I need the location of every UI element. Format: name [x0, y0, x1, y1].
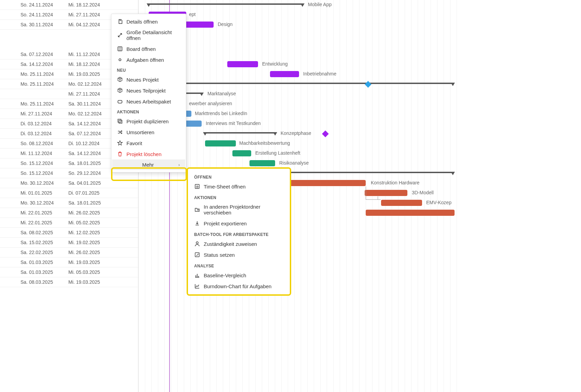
bar-label: Markttrends bei LinkedIn — [195, 111, 247, 116]
menu-item[interactable]: In anderen Projektordner verschieben — [188, 201, 290, 218]
start-date: Mo. 30.12.2024 — [0, 180, 65, 186]
date-row[interactable]: Sa. 01.03.2025Mi. 19.03.2025 — [0, 257, 138, 267]
end-date: Mi. 26.02.2025 — [65, 250, 130, 255]
end-date: Mi. 18.12.2024 — [65, 2, 130, 8]
end-date: Mi. 05.03.2025 — [65, 269, 130, 275]
shuffle-icon — [117, 129, 123, 135]
duplicate-icon — [117, 118, 123, 124]
bar-label: Entwicklung — [262, 61, 288, 67]
submenu-section-header: ANALYSE — [188, 260, 290, 270]
svg-rect-0 — [118, 47, 122, 51]
summary-bar[interactable] — [205, 132, 275, 134]
end-date: Mi. 26.02.2025 — [65, 210, 130, 215]
expand-icon — [117, 32, 123, 38]
svg-rect-5 — [118, 119, 121, 122]
start-date: So. 15.12.2024 — [0, 170, 65, 176]
menu-item-label: Aufgaben öffnen — [126, 57, 164, 63]
date-row[interactable]: Sa. 15.02.2025Mi. 19.02.2025 — [0, 238, 138, 248]
start-date: Mi. 22.01.2025 — [0, 210, 65, 215]
cube-icon — [117, 76, 123, 83]
milestone-diamond[interactable] — [365, 81, 371, 88]
bar-label: Marktanalyse — [207, 91, 236, 96]
svg-point-9 — [196, 242, 198, 244]
menu-item-label: Große Detailansicht öffnen — [126, 29, 180, 41]
gantt-bar[interactable] — [227, 61, 258, 67]
bar-label: Interviews mit Testkunden — [206, 121, 261, 126]
milestone-diamond[interactable] — [322, 130, 329, 137]
gantt-bar[interactable] — [270, 71, 299, 77]
start-date: So. 24.11.2024 — [0, 12, 65, 17]
date-row[interactable]: Sa. 01.03.2025Mi. 05.03.2025 — [0, 267, 138, 277]
menu-item[interactable]: Neues Projekt — [111, 74, 186, 85]
menu-item[interactable]: Aufgaben öffnen — [111, 54, 186, 65]
start-date: Sa. 14.12.2024 — [0, 61, 65, 67]
start-date: Mi. 01.01.2025 — [0, 190, 65, 196]
bar-chart-icon — [194, 272, 200, 278]
start-date: Mo. 25.11.2024 — [0, 71, 65, 77]
gantt-bar[interactable] — [249, 160, 275, 166]
menu-item-label: Details öffnen — [126, 19, 158, 25]
menu-item[interactable]: Favorit — [111, 138, 186, 149]
bar-label: Konstruktion Hardware — [371, 180, 419, 185]
menu-item-label: Projekt löschen — [126, 151, 162, 157]
gantt-bar[interactable] — [232, 150, 251, 156]
person-icon — [194, 241, 200, 247]
menu-item[interactable]: Projekt exportieren — [188, 218, 290, 229]
date-row[interactable]: Mi. 22.01.2025Mi. 05.02.2025 — [0, 218, 138, 228]
start-date: Mo. 30.12.2024 — [0, 200, 65, 206]
start-date: Sa. 01.03.2025 — [0, 269, 65, 275]
date-row[interactable]: So. 24.11.2024Mi. 18.12.2024 — [0, 0, 138, 10]
gantt-bar[interactable] — [205, 140, 236, 146]
menu-item[interactable]: Neues Teilprojekt — [111, 85, 186, 96]
bar-label: EMV-Kozep — [426, 200, 451, 205]
start-date: Sa. 30.11.2024 — [0, 22, 65, 27]
date-row[interactable]: Sa. 08.03.2025Mi. 19.03.2025 — [0, 277, 138, 287]
menu-item[interactable]: Board öffnen — [111, 43, 186, 54]
date-row[interactable]: Mi. 22.01.2025Mi. 26.02.2025 — [0, 208, 138, 218]
menu-item[interactable]: Große Detailansicht öffnen — [111, 27, 186, 43]
summary-bar[interactable] — [149, 3, 302, 5]
menu-item[interactable]: Projekt löschen — [111, 149, 186, 159]
menu-item[interactable]: Details öffnen — [111, 16, 186, 27]
summary-bar[interactable] — [156, 83, 453, 84]
menu-section-header: AKTIONEN — [111, 107, 186, 116]
menu-item[interactable]: Projekt duplizieren — [111, 116, 186, 127]
menu-item[interactable]: Baseline-Vergleich — [188, 270, 290, 281]
menu-item[interactable]: Time-Sheet öffnen — [188, 181, 290, 192]
date-row[interactable]: Sa. 08.02.2025Mi. 12.02.2025 — [0, 228, 138, 238]
menu-item-label: Zuständigkeit zuweisen — [204, 241, 257, 247]
start-date: Di. 03.12.2024 — [0, 121, 65, 126]
menu-item[interactable]: Zuständigkeit zuweisen — [188, 238, 290, 249]
menu-item[interactable]: Umsortieren — [111, 127, 186, 138]
start-date: Sa. 15.02.2025 — [0, 240, 65, 245]
menu-item-label: Time-Sheet öffnen — [204, 184, 246, 190]
submenu-section-header: BATCH-TOOL FÜR ARBEITSPAKETE — [188, 229, 290, 238]
start-date: Sa. 22.02.2025 — [0, 250, 65, 255]
start-date: Mo. 25.11.2024 — [0, 101, 65, 107]
summary-bar[interactable] — [279, 172, 453, 173]
menu-item[interactable]: Burndown-Chart für Aufgaben — [188, 281, 290, 292]
bar-label: Risikoanalyse — [279, 160, 309, 166]
gantt-bar[interactable] — [381, 200, 422, 206]
gantt-bar[interactable] — [366, 210, 455, 216]
date-row[interactable]: Sa. 22.02.2025Mi. 26.02.2025 — [0, 248, 138, 257]
context-submenu: ÖFFNEN Time-Sheet öffnen AKTIONEN In and… — [187, 167, 291, 296]
submenu-section-header: ÖFFNEN — [188, 171, 290, 181]
bar-label: Konzeptphase — [281, 130, 311, 136]
bar-label: Design — [218, 22, 233, 27]
menu-item[interactable]: Neues Arbeitspaket — [111, 96, 186, 107]
date-row[interactable]: Mo. 30.12.2024Sa. 04.01.2025 — [0, 178, 138, 188]
gantt-bar[interactable] — [279, 180, 366, 186]
menu-item[interactable]: Status setzen — [188, 249, 290, 260]
start-date: Mo. 25.11.2024 — [0, 81, 65, 87]
menu-item-more[interactable]: Mehr › — [112, 159, 185, 170]
start-date: Sa. 01.03.2025 — [0, 260, 65, 265]
date-row[interactable]: Mo. 30.12.2024Sa. 18.01.2025 — [0, 198, 138, 208]
end-date: Mi. 05.02.2025 — [65, 220, 130, 225]
date-row[interactable]: Mi. 01.01.2025Di. 07.01.2025 — [0, 188, 138, 198]
start-date: Sa. 07.12.2024 — [0, 52, 65, 57]
menu-item-label: Status setzen — [204, 252, 235, 258]
gantt-bar[interactable] — [365, 190, 407, 196]
svg-rect-6 — [119, 120, 122, 123]
start-date: Sa. 08.03.2025 — [0, 279, 65, 285]
